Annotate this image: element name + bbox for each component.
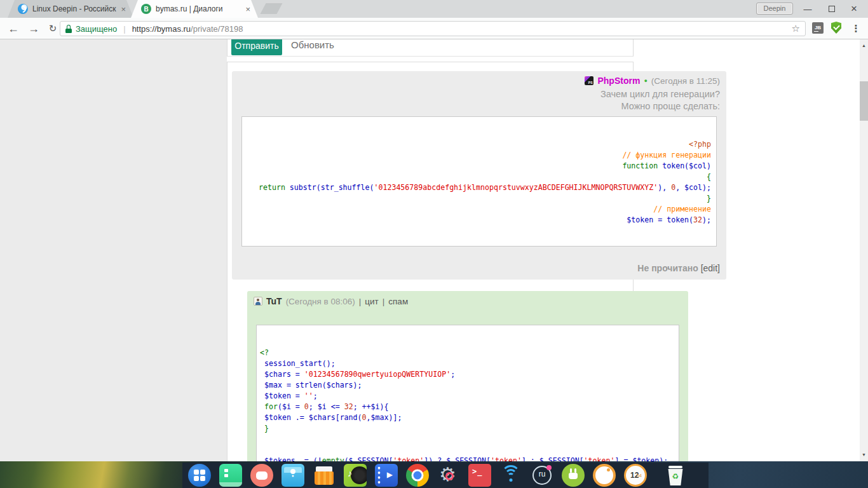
scroll-down-icon[interactable]: ▼ <box>860 451 868 459</box>
separator: | <box>383 297 385 306</box>
tab-close-icon[interactable]: × <box>245 5 250 13</box>
scroll-up-icon[interactable]: ▲ <box>860 42 868 50</box>
security-label: Защищено <box>76 24 117 34</box>
browser-menu-icon[interactable]: ⋮ <box>850 20 862 37</box>
code-line: { <box>242 172 711 182</box>
message-time: (Сегодня в 11:25) <box>651 76 720 86</box>
screen-recorder-icon[interactable] <box>250 464 273 487</box>
minimize-icon[interactable]: — <box>798 0 817 18</box>
keyboard-layout-icon[interactable]: ru <box>531 464 553 487</box>
code-line: function token($col) <box>242 161 711 172</box>
message-text: Зачем цикл для генерации? Можно проще сд… <box>600 88 720 112</box>
refresh-link[interactable]: Обновить <box>291 39 334 50</box>
window-close-icon[interactable]: × <box>844 0 864 18</box>
chrome-icon[interactable] <box>406 464 429 487</box>
terminal-icon[interactable]: >_ <box>468 464 491 487</box>
user-avatar-icon <box>254 297 262 306</box>
maximize-square <box>829 6 835 12</box>
adblock-shield-icon[interactable] <box>831 22 841 34</box>
code-block: <?php// функция генерацииfunction token(… <box>241 116 717 247</box>
message-footer: Не прочитано [edit] <box>637 263 720 273</box>
edit-link[interactable]: [edit] <box>701 263 720 273</box>
page-left-margin <box>0 39 227 461</box>
lock-icon <box>65 25 72 33</box>
quote-link[interactable]: цит <box>365 297 378 306</box>
browser-titlebar: Linux Deepin - Российск × B bymas.ru | Д… <box>0 0 868 18</box>
app-store-icon[interactable] <box>313 464 336 487</box>
clock-icon[interactable]: 1254 <box>624 464 647 487</box>
text-editor-icon[interactable] <box>219 464 242 487</box>
reload-icon[interactable]: ↻ <box>44 20 61 37</box>
page-scrollbar[interactable]: ▲ ▼ <box>860 39 868 461</box>
message-phpstorm: PhpStorm ● (Сегодня в 11:25) Зачем цикл … <box>232 71 726 280</box>
online-dot-icon: ● <box>644 78 647 84</box>
code-line: // применение <box>242 204 711 215</box>
separator: | <box>359 297 362 306</box>
code-line: <? <box>260 348 679 358</box>
code-line: } <box>242 193 711 204</box>
tab-title: bymas.ru | Диалоги <box>156 4 241 13</box>
code-line: } <box>260 423 679 434</box>
send-button[interactable]: Отправить <box>231 39 282 55</box>
unread-status: Не прочитано <box>637 263 698 273</box>
code-line: <?php <box>242 139 711 150</box>
forward-icon[interactable]: → <box>25 20 42 37</box>
window-title-badge: Deepin <box>756 3 793 15</box>
reply-actions-box: Отправить Обновить <box>227 39 634 57</box>
code-line: $token .= $chars[rand(0,$max)]; <box>260 412 679 423</box>
message-line: Зачем цикл для генерации? <box>600 88 720 100</box>
sound-icon[interactable] <box>593 464 616 487</box>
file-manager-icon[interactable] <box>281 464 304 487</box>
code-line <box>260 445 679 456</box>
bymas-favicon: B <box>141 4 151 14</box>
message-line: Можно проще сделать: <box>600 100 720 112</box>
code-line: session_start(); <box>260 358 679 369</box>
power-icon[interactable] <box>562 464 585 487</box>
desktop: ♪▶⚙>_ru1254♻ Linux Deepin - Российск × B… <box>0 0 868 488</box>
phpstorm-avatar <box>585 76 593 85</box>
code-line: $token = token(32); <box>242 215 711 226</box>
url-path: /private/78198 <box>191 24 243 34</box>
deepin-favicon <box>18 4 28 14</box>
code-line: $chars = '01234567890qwertyuiopQWERTYUIO… <box>260 369 679 380</box>
tab-close-icon[interactable]: × <box>121 5 126 13</box>
code-line: return substr(str_shuffle('0123456789abc… <box>242 182 711 193</box>
browser-toolbar: ← → ↻ Защищено | https://bymas.ru /priva… <box>0 18 868 39</box>
tab-title: Linux Deepin - Российск <box>32 4 116 13</box>
code-line <box>260 434 679 445</box>
code-line: // функция генерации <box>242 150 711 161</box>
jetbrains-extension-icon[interactable]: JB <box>812 22 824 34</box>
back-icon[interactable]: ← <box>5 20 22 37</box>
address-bar[interactable]: Защищено | https://bymas.ru /private/781… <box>60 21 806 36</box>
music-icon[interactable]: ♪ <box>344 464 367 487</box>
browser-window: Linux Deepin - Российск × B bymas.ru | Д… <box>0 0 868 461</box>
url-separator: | <box>123 24 125 34</box>
bookmark-star-icon[interactable]: ☆ <box>792 23 800 34</box>
movie-icon[interactable]: ▶ <box>375 464 398 487</box>
maximize-icon[interactable] <box>822 0 841 18</box>
tab-bymas-dialogs[interactable]: B bymas.ru | Диалоги × <box>131 0 258 18</box>
author-name[interactable]: TuT <box>266 296 282 306</box>
code-block: <? session_start(); $chars = '0123456789… <box>256 325 679 461</box>
spam-link[interactable]: спам <box>388 297 408 306</box>
message-tut: TuT (Сегодня в 08:06) | цит | спам <? se… <box>247 291 688 461</box>
network-icon[interactable] <box>499 464 522 487</box>
message-header: TuT (Сегодня в 08:06) | цит | спам <box>254 296 408 306</box>
trash-icon[interactable]: ♻ <box>664 464 687 487</box>
new-tab-button[interactable] <box>260 3 282 14</box>
code-line: for($i = 0; $i <= 32; ++$i){ <box>260 402 679 412</box>
dock: ♪▶⚙>_ru1254♻ <box>182 463 709 488</box>
code-line: $max = strlen($chars); <box>260 380 679 391</box>
code-line: $tokens = (!empty($_SESSION['token']) ? … <box>260 456 679 461</box>
tab-linux-deepin[interactable]: Linux Deepin - Российск × <box>8 0 133 18</box>
scrollbar-thumb[interactable] <box>860 81 868 121</box>
message-header: PhpStorm ● (Сегодня в 11:25) <box>585 76 720 86</box>
code-line: $token = ''; <box>260 391 679 402</box>
launcher-icon[interactable] <box>188 464 211 487</box>
url-host: https://bymas.ru <box>132 24 191 34</box>
page-content: Отправить Обновить PhpStorm ● (Сегодня в… <box>0 39 868 461</box>
control-center-icon[interactable]: ⚙ <box>437 464 460 487</box>
message-time: (Сегодня в 08:06) <box>286 297 355 306</box>
author-name[interactable]: PhpStorm <box>597 76 640 86</box>
